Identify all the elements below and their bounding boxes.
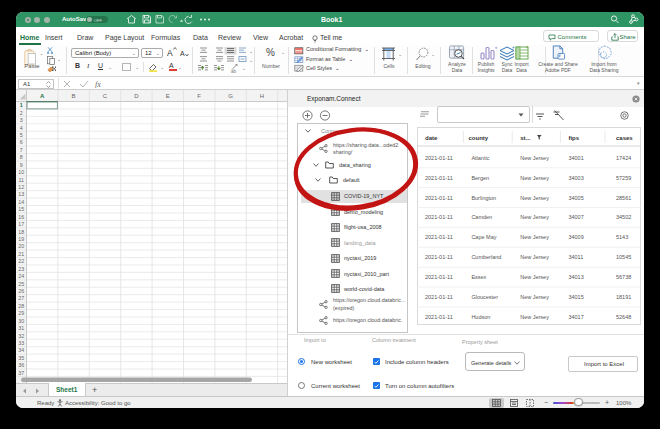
svg-text:34003: 34003	[568, 175, 583, 181]
svg-text:ab: ab	[231, 69, 237, 74]
svg-text:9: 9	[20, 162, 23, 168]
svg-text:22: 22	[18, 258, 24, 264]
svg-text:25: 25	[18, 281, 24, 287]
svg-text:34009: 34009	[568, 234, 583, 240]
svg-text:New Jersey: New Jersey	[520, 314, 549, 320]
svg-text:2021-01-11: 2021-01-11	[425, 214, 453, 220]
svg-text:52648: 52648	[616, 314, 631, 320]
svg-text:12: 12	[18, 184, 24, 190]
svg-text:fx: fx	[95, 80, 101, 88]
svg-text:B: B	[72, 93, 76, 99]
svg-text:29: 29	[18, 310, 24, 316]
svg-text:28: 28	[18, 303, 24, 309]
svg-text:33: 33	[18, 340, 24, 346]
svg-text:30: 30	[18, 318, 24, 324]
svg-text:Camden: Camden	[471, 214, 492, 220]
svg-text:1: 1	[20, 102, 23, 108]
svg-text:H: H	[260, 93, 264, 99]
svg-text:26: 26	[18, 288, 24, 294]
svg-text:2021-01-11: 2021-01-11	[425, 274, 453, 280]
svg-text:34502: 34502	[616, 214, 631, 220]
svg-text:date: date	[425, 135, 438, 141]
svg-text:21: 21	[18, 251, 24, 257]
svg-text:34001: 34001	[568, 155, 583, 161]
svg-text:2021-01-11: 2021-01-11	[425, 195, 453, 201]
svg-text:5: 5	[20, 132, 23, 138]
svg-text:34: 34	[18, 347, 24, 353]
svg-text:New Jersey: New Jersey	[520, 195, 549, 201]
svg-text:C: C	[103, 93, 108, 99]
svg-text:Burlington: Burlington	[471, 195, 496, 201]
svg-text:34017: 34017	[568, 314, 583, 320]
svg-text:13: 13	[18, 191, 24, 197]
svg-text:10545: 10545	[616, 254, 631, 260]
svg-text:35: 35	[18, 355, 24, 361]
svg-text:28561: 28561	[616, 195, 631, 201]
svg-text:14: 14	[18, 199, 24, 205]
svg-text:Essex: Essex	[471, 274, 486, 280]
svg-text:34013: 34013	[568, 274, 583, 280]
svg-text:2: 2	[20, 110, 23, 116]
svg-text:Cape May: Cape May	[471, 234, 496, 240]
svg-text:New Jersey: New Jersey	[520, 254, 549, 260]
svg-text:2021-01-11: 2021-01-11	[425, 234, 453, 240]
svg-text:New Jersey: New Jersey	[520, 214, 549, 220]
svg-text:A: A	[40, 93, 45, 99]
svg-text:56738: 56738	[616, 274, 631, 280]
svg-text:2021-01-11: 2021-01-11	[425, 314, 453, 320]
svg-text:37: 37	[18, 370, 24, 376]
svg-text:20: 20	[18, 243, 24, 249]
svg-text:G: G	[228, 93, 233, 99]
svg-text:A: A	[180, 50, 185, 57]
svg-text:34011: 34011	[568, 254, 583, 260]
svg-text:New Jersey: New Jersey	[520, 234, 549, 240]
svg-text:18: 18	[18, 229, 24, 235]
svg-text:county: county	[469, 135, 489, 141]
svg-text:24: 24	[18, 273, 24, 279]
svg-text:11: 11	[18, 177, 24, 183]
svg-text:New Jersey: New Jersey	[520, 294, 549, 300]
svg-text:6: 6	[20, 139, 23, 145]
svg-text:st...: st...	[520, 135, 531, 141]
svg-text:2021-01-11: 2021-01-11	[425, 175, 453, 181]
svg-text:31: 31	[18, 325, 24, 331]
svg-text:fips: fips	[568, 135, 579, 141]
svg-text:7: 7	[20, 147, 23, 153]
svg-text:57259: 57259	[616, 175, 631, 181]
svg-text:32: 32	[18, 333, 24, 339]
svg-text:27: 27	[18, 295, 24, 301]
svg-text:A: A	[167, 48, 173, 58]
svg-text:36: 36	[18, 362, 24, 368]
svg-text:E: E	[166, 93, 170, 99]
svg-text:10: 10	[18, 169, 24, 175]
svg-text:New Jersey: New Jersey	[520, 274, 549, 280]
svg-text:F: F	[197, 93, 201, 99]
svg-text:5143: 5143	[616, 234, 628, 240]
svg-text:17: 17	[18, 221, 24, 227]
svg-text:Atlantic: Atlantic	[471, 155, 489, 161]
svg-text:18191: 18191	[616, 294, 631, 300]
svg-text:34005: 34005	[568, 195, 583, 201]
svg-text:2021-01-11: 2021-01-11	[425, 155, 453, 161]
svg-text:New Jersey: New Jersey	[520, 155, 549, 161]
svg-text:D: D	[134, 93, 139, 99]
svg-text:15: 15	[18, 206, 24, 212]
svg-text:8: 8	[20, 154, 23, 160]
svg-text:cases: cases	[616, 135, 633, 141]
svg-text:23: 23	[18, 266, 24, 272]
svg-text:New Jersey: New Jersey	[520, 175, 549, 181]
svg-text:Bergen: Bergen	[471, 175, 489, 181]
svg-text:Gloucester: Gloucester	[471, 294, 498, 300]
svg-text:Cumberland: Cumberland	[471, 254, 501, 260]
svg-text:19: 19	[18, 236, 24, 242]
svg-text:16: 16	[18, 214, 24, 220]
svg-text:34015: 34015	[568, 294, 583, 300]
svg-text:34007: 34007	[568, 214, 583, 220]
svg-text:Hudson: Hudson	[471, 314, 490, 320]
svg-text:4: 4	[20, 125, 23, 131]
svg-text:3: 3	[20, 117, 23, 123]
svg-text:17424: 17424	[616, 155, 631, 161]
svg-text:2021-01-11: 2021-01-11	[425, 294, 453, 300]
svg-text:2021-01-11: 2021-01-11	[425, 254, 453, 260]
